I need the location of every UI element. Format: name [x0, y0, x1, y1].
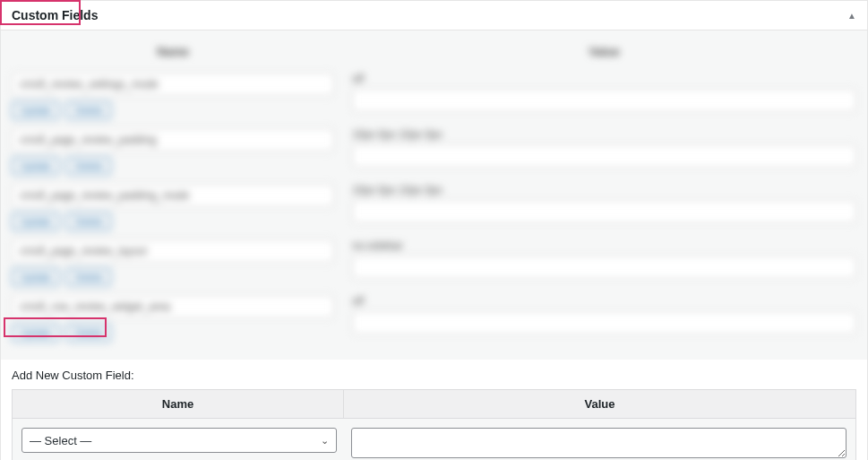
field-name-input[interactable]: cmsft_review_settings_mode — [12, 73, 334, 96]
update-button[interactable]: Update — [12, 324, 59, 342]
column-header-name: Name — [12, 45, 334, 58]
add-new-heading: Add New Custom Field: — [12, 360, 856, 389]
panel-body: Name Value cmsft_review_settings_mode Up… — [1, 30, 867, 460]
field-value-input[interactable] — [352, 144, 856, 168]
update-button[interactable]: Update — [12, 268, 59, 286]
field-value-text: off — [352, 73, 856, 85]
field-value-text: off — [352, 295, 856, 308]
custom-fields-panel: Custom Fields ▲ Name Value cmsft_review_… — [0, 0, 868, 460]
field-row: cmsft_page_review_padding_mode Update De… — [12, 175, 856, 230]
chevron-down-icon: ⌄ — [321, 435, 329, 447]
delete-button[interactable]: Delete — [66, 213, 111, 230]
field-value-input[interactable] — [352, 256, 856, 279]
field-name-input[interactable]: cmsft_page_review_padding — [12, 128, 334, 152]
update-button[interactable]: Update — [12, 101, 59, 119]
field-value-text: no-sidebar — [352, 239, 856, 252]
field-row: cmsft_page_review_padding Update Delete … — [12, 119, 856, 175]
field-value-input[interactable] — [352, 89, 856, 112]
field-value-input[interactable] — [352, 200, 856, 223]
panel-header[interactable]: Custom Fields ▲ — [1, 1, 867, 30]
delete-button[interactable]: Delete — [66, 157, 111, 175]
update-button[interactable]: Update — [12, 213, 59, 230]
field-row: cmsft_page_review_layout Update Delete n… — [12, 230, 856, 286]
delete-button[interactable]: Delete — [66, 268, 111, 286]
field-name-input[interactable]: cmsft_page_review_padding_mode — [12, 184, 334, 207]
field-name-input[interactable]: cmsft_row_review_widget_area — [12, 295, 334, 318]
delete-button[interactable]: Delete — [66, 101, 111, 119]
field-row: cmsft_row_review_widget_area Update Dele… — [12, 286, 856, 342]
column-header-value: Value — [352, 45, 856, 58]
field-value-text: 10px 0px 10px 0px — [352, 128, 856, 141]
add-th-value: Value — [344, 390, 855, 418]
field-row: cmsft_review_settings_mode Update Delete… — [12, 64, 856, 119]
collapse-icon[interactable]: ▲ — [847, 11, 856, 21]
existing-fields-area: Name Value cmsft_review_settings_mode Up… — [1, 30, 867, 360]
update-button[interactable]: Update — [12, 157, 59, 175]
add-new-section: Add New Custom Field: Name Value — Selec… — [1, 360, 867, 460]
add-th-name: Name — [13, 390, 344, 418]
delete-button[interactable]: Delete — [66, 324, 111, 342]
field-name-input[interactable]: cmsft_page_review_layout — [12, 239, 334, 263]
value-textarea[interactable] — [351, 428, 847, 458]
add-table: Name Value — Select — ⌄ Enter new — [12, 389, 856, 460]
select-placeholder: — Select — — [30, 434, 91, 447]
name-select[interactable]: — Select — ⌄ — [21, 428, 337, 453]
field-value-input[interactable] — [352, 311, 856, 334]
field-value-text: 10px 0px 10px 0px — [352, 184, 856, 196]
panel-title: Custom Fields — [12, 8, 98, 22]
